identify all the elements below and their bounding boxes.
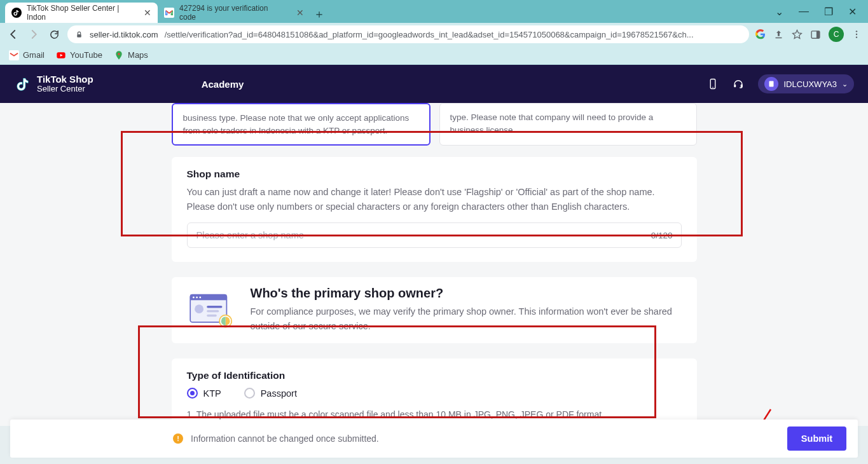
shop-name-section: Shop name You can just draft a name now … [172, 157, 697, 262]
shop-name-input[interactable] [187, 222, 682, 248]
bookmark-youtube[interactable]: YouTube [56, 50, 102, 60]
svg-rect-2 [77, 34, 81, 37]
google-icon[interactable] [755, 29, 766, 39]
svg-point-12 [713, 87, 714, 88]
chevron-down-icon[interactable]: ⌄ [775, 6, 783, 18]
identification-label: Type of Identification [187, 370, 682, 381]
headset-icon[interactable] [733, 78, 744, 90]
owner-illustration-icon [187, 290, 237, 329]
shop-name-counter: 0/120 [651, 222, 673, 248]
tab-close-icon[interactable]: ✕ [144, 8, 151, 18]
address-bar[interactable]: seller-id.tiktok.com/settle/verification… [67, 25, 749, 43]
url-path: /settle/verification?ad_id=648048151086&… [165, 30, 694, 39]
share-icon[interactable] [773, 29, 784, 40]
svg-rect-13 [734, 85, 736, 88]
brand-logo[interactable]: TikTok Shop Seller Center [14, 74, 93, 93]
bookmarks-bar: Gmail YouTube Maps [0, 46, 868, 65]
lock-icon [75, 31, 83, 39]
svg-rect-23 [207, 310, 219, 312]
user-avatar-icon [764, 77, 778, 91]
radio-passport[interactable]: Passport [244, 388, 297, 399]
browser-tab-strip: TikTok Shop Seller Center | Indon ✕ 4272… [0, 0, 868, 23]
back-button[interactable] [6, 27, 20, 41]
svg-point-18 [193, 297, 195, 299]
owner-title: Who's the primary shop owner? [251, 286, 682, 301]
svg-point-6 [856, 34, 857, 35]
bookmark-star-icon[interactable] [792, 29, 803, 40]
info-icon: ! [173, 433, 183, 444]
app-header: TikTok Shop Seller Center Academy IDLCUX… [0, 65, 868, 103]
brand-line2: Seller Center [37, 85, 93, 93]
tab-close-icon[interactable]: ✕ [296, 8, 304, 18]
tab-title: 427294 is your verification code [179, 4, 284, 22]
svg-point-19 [196, 297, 198, 299]
shop-name-label: Shop name [187, 168, 682, 180]
forward-button[interactable] [27, 27, 41, 41]
svg-rect-17 [190, 295, 226, 301]
maximize-icon[interactable]: ❐ [824, 6, 833, 18]
url-host: seller-id.tiktok.com [90, 30, 158, 39]
gmail-favicon [164, 8, 174, 18]
owner-text: For compliance purposes, we may verify t… [251, 304, 682, 333]
browser-toolbar: seller-id.tiktok.com/settle/verification… [0, 23, 868, 46]
tiktok-logo-icon [14, 76, 31, 92]
tiktok-favicon [11, 8, 22, 18]
new-tab-button[interactable]: ＋ [310, 5, 328, 23]
business-type-corporate[interactable]: type. Please note that company will need… [439, 103, 697, 146]
svg-point-21 [195, 304, 203, 313]
footer-info-text: Information cannot be changed once submi… [191, 433, 379, 444]
sidepanel-icon[interactable] [810, 29, 821, 40]
svg-rect-15 [769, 81, 774, 87]
user-menu[interactable]: IDLCUXWYA3 ⌄ [758, 74, 854, 93]
chevron-down-icon: ⌄ [842, 80, 848, 88]
radio-dot-checked [187, 388, 198, 399]
tab-title: TikTok Shop Seller Center | Indon [27, 4, 131, 22]
radio-ktp[interactable]: KTP [187, 388, 221, 399]
radio-dot [244, 388, 255, 399]
svg-rect-14 [741, 85, 743, 88]
browser-tab-active[interactable]: TikTok Shop Seller Center | Indon ✕ [5, 3, 158, 23]
browser-tab-inactive[interactable]: 427294 is your verification code ✕ [158, 3, 310, 23]
shop-name-help: You can just draft a name now and change… [187, 185, 682, 214]
svg-rect-22 [207, 306, 222, 308]
bookmark-maps[interactable]: Maps [114, 50, 148, 60]
page-body: business type. Please note that we only … [0, 103, 868, 426]
business-type-individual[interactable]: business type. Please note that we only … [172, 103, 431, 146]
identification-section: Type of Identification KTP Passport 1. T… [172, 358, 697, 426]
minimize-icon[interactable]: — [799, 6, 809, 17]
kebab-menu-icon[interactable] [851, 29, 862, 39]
username: IDLCUXWYA3 [783, 79, 837, 89]
svg-point-5 [856, 31, 857, 32]
owner-section: Who's the primary shop owner? For compli… [172, 277, 697, 343]
svg-rect-4 [816, 31, 820, 38]
footer-bar: ! Information cannot be changed once sub… [10, 420, 858, 458]
nav-academy[interactable]: Academy [202, 79, 244, 90]
brand-line1: TikTok Shop [37, 74, 93, 85]
svg-point-10 [118, 53, 120, 55]
submit-button[interactable]: Submit [787, 426, 846, 451]
close-window-icon[interactable]: ✕ [848, 6, 857, 18]
svg-point-7 [856, 36, 857, 38]
phone-icon[interactable] [707, 78, 719, 90]
profile-avatar[interactable]: C [829, 27, 844, 42]
svg-point-20 [199, 297, 201, 299]
svg-rect-24 [207, 315, 217, 317]
reload-button[interactable] [47, 27, 61, 41]
bookmark-gmail[interactable]: Gmail [9, 50, 45, 60]
